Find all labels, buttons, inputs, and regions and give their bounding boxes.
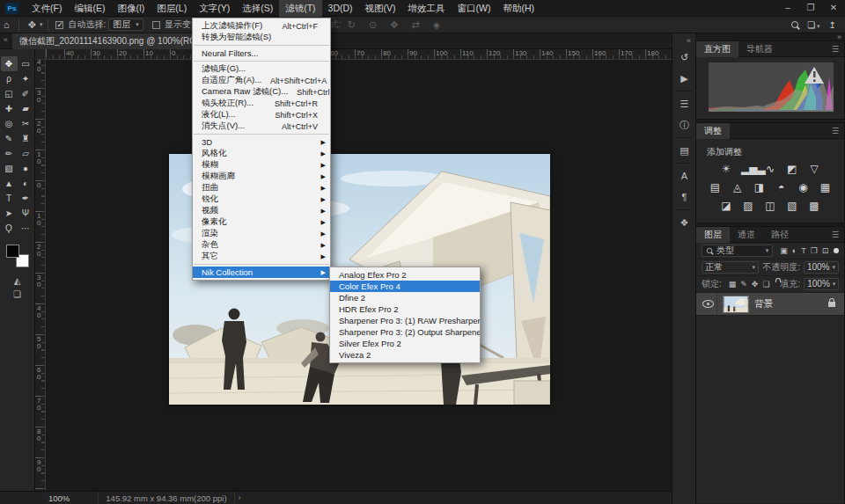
frame-tool[interactable]: ◎ [1,116,18,131]
filter-menu-item[interactable]: 其它▶ [193,251,330,262]
filter-menu-item[interactable]: 液化(L)...Shift+Ctrl+X [193,109,330,121]
color-lookup-icon[interactable]: ▦ [819,181,833,194]
nik-submenu-item[interactable]: Color Efex Pro 4 [330,281,480,292]
history-icon[interactable]: ↺ [672,47,696,68]
collapse-tools-icon[interactable]: « [4,35,8,44]
expand-panels-icon[interactable]: « [672,33,695,47]
panel-menu-icon[interactable]: ☰ [832,127,844,135]
opacity-field[interactable]: 100% ▾ [804,261,839,274]
restore-button[interactable]: ❐ [799,0,822,17]
nik-submenu-item[interactable]: Sharpener Pro 3: (1) RAW Presharpener [330,315,480,326]
properties-icon[interactable]: ☰ [672,93,696,114]
tab-navigator[interactable]: 导航器 [738,41,781,57]
menubar-item-2[interactable]: 编辑(E) [68,0,111,17]
show-transform-checkbox[interactable] [152,21,160,29]
menubar-item-1[interactable]: 文件(F) [26,0,68,17]
ruler-origin-corner[interactable] [35,49,46,60]
vibrance-icon[interactable]: ▽ [807,163,821,176]
filter-adjustment-layers-icon[interactable]: ◐ [792,246,797,255]
lock-paint-icon[interactable]: ✎ [740,280,747,289]
nik-submenu-item[interactable]: Silver Efex Pro 2 [330,338,480,349]
filter-menu-item[interactable]: 消失点(V)...Alt+Ctrl+V [193,121,330,132]
gradient-tool[interactable]: ▧ [1,161,18,176]
layers-empty-area[interactable] [696,316,844,478]
filter-menu-item[interactable]: 模糊▶ [193,159,330,171]
auto-select-dropdown[interactable]: 图层 ▾ [108,18,143,31]
crop-tool[interactable]: ◱ [1,86,18,101]
vertical-ruler[interactable]: 403020100102030405060708090100 [35,60,46,491]
minimize-button[interactable]: – [776,0,799,17]
slice-tool[interactable]: ✂ [18,116,34,131]
filter-menu-item[interactable]: 视频▶ [193,205,330,216]
clone-stamp-tool[interactable]: ♜ [18,131,34,146]
filter-menu-item[interactable]: 模糊画廊▶ [193,171,330,182]
tab-layers[interactable]: 图层 [696,227,730,243]
filter-smart-objects-icon[interactable]: ⊡ [822,246,829,255]
filter-toggle-icon[interactable] [834,248,839,253]
tab-histogram[interactable]: 直方图 [696,41,738,57]
menubar-item-11[interactable]: 窗口(W) [452,0,497,17]
share-icon[interactable]: ↥ [829,20,836,30]
paragraph-icon[interactable]: ¶ [672,186,696,208]
pencil-tool[interactable]: ✏ [1,146,18,161]
patch-tool[interactable]: ▰ [18,101,34,116]
filter-menu-item[interactable]: 像素化▶ [193,216,330,228]
fill-field[interactable]: 100% ▾ [804,278,839,290]
selective-color-icon[interactable]: ▧ [785,200,799,213]
color-swatches[interactable] [6,245,29,267]
marquee-tool[interactable]: ▭ [18,56,34,71]
menubar-item-9[interactable]: 视图(V) [359,0,402,17]
channel-mixer-icon[interactable]: ◉ [797,181,811,194]
filter-menu-item[interactable]: 滤镜库(G)... [193,63,330,75]
foreground-color-swatch[interactable] [6,245,19,258]
menubar-item-8[interactable]: 3D(D) [322,0,359,17]
screen-mode-icon[interactable]: ❏ [0,288,34,301]
exposure-icon[interactable]: ◩ [785,163,799,176]
nik-submenu-item[interactable]: Analog Efex Pro 2 [330,269,480,281]
filter-menu-item[interactable]: 镜头校正(R)...Shift+Ctrl+R [193,98,330,109]
panel-menu-icon[interactable]: ☰ [832,45,844,54]
healing-brush-tool[interactable]: ✚ [1,101,18,116]
nik-submenu-item[interactable]: HDR Efex Pro 2 [330,303,480,315]
horizontal-ruler[interactable]: 4030201001020304050607080901001101201301… [46,49,672,60]
filter-menu-item[interactable]: 锐化▶ [193,194,330,205]
actions-icon[interactable]: ▶ [672,68,696,89]
gradient-map-icon[interactable]: ▩ [807,200,821,213]
collapse-dock-icon[interactable]: » [695,33,845,40]
auto-select-checkbox[interactable] [55,21,63,29]
quick-selection-tool[interactable]: ✦ [18,71,34,86]
levels-icon[interactable]: ▂▅▃ [741,163,755,176]
hand-tool[interactable]: Ψ [18,206,34,221]
filter-menu-item[interactable]: 上次滤镜操作(F)Alt+Ctrl+F [193,20,330,32]
eyedropper-tool[interactable]: ✐ [18,86,34,101]
panel-menu-icon[interactable]: ☰ [832,230,844,239]
lock-position-icon[interactable]: ✥ [752,280,759,289]
filter-menu-item[interactable]: Neural Filters... [193,47,330,59]
close-button[interactable]: ✕ [822,0,845,17]
search-icon[interactable] [791,21,798,28]
path-select-tool[interactable]: ➤ [1,206,18,221]
threshold-icon[interactable]: ◫ [763,200,777,213]
filter-menu-item[interactable]: 自适应广角(A)...Alt+Shift+Ctrl+A [193,75,330,86]
filter-menu-item[interactable]: 转换为智能滤镜(S) [193,32,330,43]
filter-menu-item[interactable]: 3D▶ [193,136,330,148]
hue-saturation-icon[interactable]: ▤ [709,181,723,194]
blur-tool[interactable]: ● [18,161,34,176]
home-icon[interactable]: ⌂ [0,19,13,30]
black-white-icon[interactable]: ◨ [753,181,767,194]
menubar-item-10[interactable]: 增效工具 [402,0,452,17]
color-balance-icon[interactable]: ◬ [731,181,745,194]
filter-type-layers-icon[interactable]: T [801,246,806,255]
quick-mask-icon[interactable]: ◭ [0,274,34,288]
lock-artboard-icon[interactable]: ❏ [762,280,769,289]
layer-filter-dropdown[interactable]: 类型 ▾ [702,245,773,257]
blend-mode-dropdown[interactable]: 正常 ▾ [702,261,759,274]
eraser-tool[interactable]: ▱ [18,146,34,161]
chevron-down-icon[interactable]: ▾ [40,21,43,28]
character-icon[interactable]: A [672,165,696,186]
menubar-item-3[interactable]: 图像(I) [111,0,151,17]
tab-adjustments[interactable]: 调整 [696,123,730,139]
menubar-item-4[interactable]: 图层(L) [151,0,193,17]
filter-menu-item[interactable]: Camera Raw 滤镜(C)...Shift+Ctrl+A [193,86,330,98]
tab-channels[interactable]: 通道 [730,227,763,243]
